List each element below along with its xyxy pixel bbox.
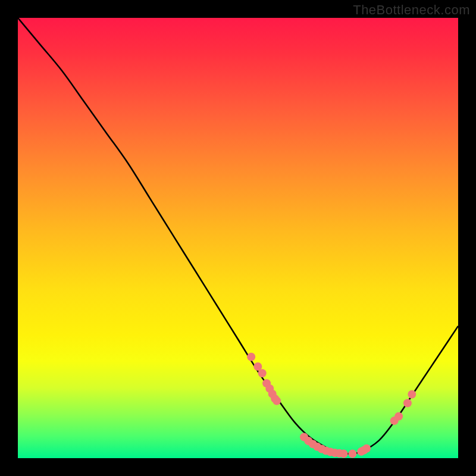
plot-area [18, 18, 458, 458]
curve-marker [408, 390, 416, 399]
watermark-text: TheBottleneck.com [353, 2, 470, 18]
curve-marker [340, 450, 348, 458]
curve-layer [18, 18, 458, 458]
curve-marker [362, 444, 371, 453]
curve-marker [258, 369, 267, 377]
curve-marker [348, 450, 356, 458]
curve-marker [394, 412, 403, 421]
chart-frame: TheBottleneck.com [0, 0, 476, 476]
curve-marker [247, 353, 255, 361]
curve-marker [403, 399, 412, 407]
bottleneck-curve [18, 18, 458, 454]
curve-markers [247, 353, 416, 458]
curve-marker [273, 397, 281, 405]
